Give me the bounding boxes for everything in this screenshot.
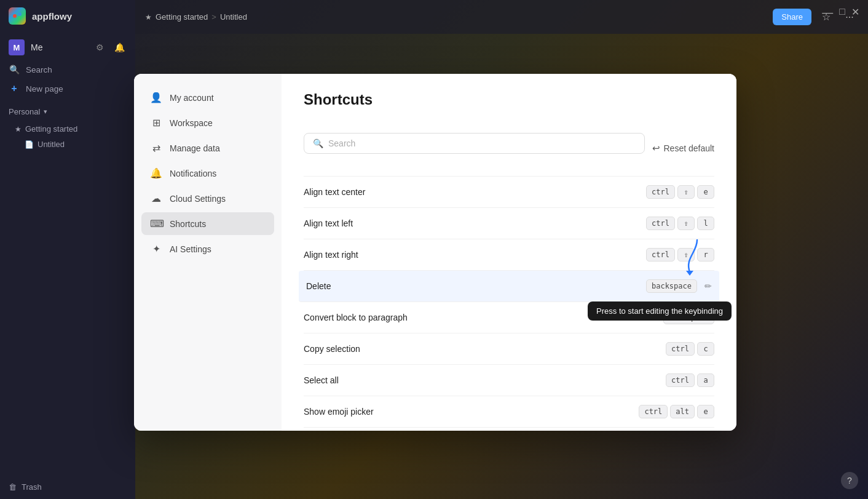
reset-default-button[interactable]: ↩ Reset default — [652, 143, 715, 154]
settings-item-notifications-label: Notifications — [170, 169, 216, 178]
svg-point-0 — [13, 14, 17, 18]
shortcuts-search-bar[interactable]: 🔍 — [304, 133, 645, 154]
breadcrumb-current[interactable]: Untitled — [220, 12, 247, 22]
app-logo — [9, 7, 26, 25]
key-ctrl: ctrl — [646, 217, 675, 230]
person-icon: 👤 — [150, 92, 162, 103]
breadcrumb: ★ Getting started > Untitled — [145, 12, 768, 22]
sidebar-item-search[interactable]: 🔍 Search — [0, 60, 135, 79]
user-name: Me — [31, 42, 86, 52]
key-backspace: backspace — [646, 279, 697, 293]
settings-item-workspace[interactable]: ⊞ Workspace — [141, 111, 274, 134]
sidebar-item-search-label: Search — [26, 65, 52, 74]
tree-item-label: Getting started — [25, 124, 77, 134]
reset-default-label: Reset default — [664, 143, 715, 153]
shortcut-name-select-all: Select all — [304, 375, 666, 385]
shortcut-name-align-text-left: Align text left — [304, 218, 646, 228]
chevron-icon: ▾ — [44, 108, 47, 116]
settings-sidebar: 👤 My account ⊞ Workspace ⇄ Manage data 🔔… — [134, 74, 282, 431]
share-button[interactable]: Share — [773, 9, 811, 25]
svg-point-2 — [18, 16, 22, 20]
shortcuts-search-input[interactable] — [328, 138, 636, 148]
shortcut-keys-align-text-center: ctrl ⇧ e — [646, 185, 714, 199]
bell-icon[interactable]: 🔔 — [112, 40, 127, 55]
shortcut-name-align-text-right: Align text right — [304, 250, 646, 260]
shortcut-keys-select-all: ctrl a — [666, 373, 714, 387]
key-ctrl: ctrl — [646, 248, 675, 261]
sidebar-item-new-page[interactable]: + New page — [0, 79, 135, 98]
workspace-icon: ⊞ — [150, 117, 162, 129]
settings-item-shortcuts[interactable]: ⌨ Shortcuts — [141, 212, 274, 235]
settings-item-ai-settings-label: AI Settings — [170, 244, 211, 254]
settings-item-manage-data-label: Manage data — [170, 143, 220, 153]
settings-item-my-account[interactable]: 👤 My account — [141, 86, 274, 109]
minimize-button[interactable]: — — [822, 6, 833, 19]
key-e: e — [697, 185, 714, 199]
shortcut-keys-align-text-left: ctrl ⇧ l — [646, 217, 714, 230]
settings-content: Shortcuts 🔍 ↩ Reset default Align text c… — [282, 74, 736, 431]
sidebar-personal-section: Personal ▾ — [0, 98, 135, 121]
shortcut-row-align-text-right: Align text right ctrl ⇧ r — [304, 239, 714, 271]
svg-point-1 — [18, 12, 22, 16]
shortcut-row-copy-selection: Copy selection ctrl c — [304, 333, 714, 365]
search-bar-icon: 🔍 — [313, 138, 323, 148]
settings-page-title: Shortcuts — [304, 91, 373, 108]
edit-keybinding-icon[interactable]: ✏ — [704, 281, 712, 291]
settings-item-cloud-settings[interactable]: ☁ Cloud Settings — [141, 187, 274, 210]
window-controls: — □ ✕ — [822, 6, 859, 19]
shortcut-keys-delete: backspace — [646, 279, 697, 293]
sidebar-trash[interactable]: 🗑 Trash — [0, 475, 135, 499]
keybinding-tooltip: Press to start editing the keybinding — [588, 301, 732, 321]
topbar: ★ Getting started > Untitled Share ☆ ··· — [135, 0, 868, 34]
plus-icon: + — [9, 83, 20, 94]
settings-modal: 👤 My account ⊞ Workspace ⇄ Manage data 🔔… — [134, 74, 736, 431]
reset-icon: ↩ — [652, 143, 660, 154]
key-c: c — [697, 342, 714, 356]
trash-icon: 🗑 — [9, 482, 17, 492]
sidebar-user-icons: ⚙ 🔔 — [92, 40, 127, 55]
app-name: appflowy — [32, 11, 72, 22]
settings-item-my-account-label: My account — [170, 93, 214, 103]
shortcut-name-show-emoji-picker: Show emoji picker — [304, 407, 639, 417]
manage-data-icon: ⇄ — [150, 142, 162, 154]
shortcut-name-delete: Delete — [306, 281, 646, 291]
settings-item-ai-settings[interactable]: ✦ AI Settings — [141, 238, 274, 260]
key-ctrl: ctrl — [666, 373, 695, 387]
shortcuts-list: Align text center ctrl ⇧ e Align text le… — [304, 176, 714, 428]
star-icon: ★ — [15, 125, 22, 134]
settings-item-notifications[interactable]: 🔔 Notifications — [141, 162, 274, 185]
settings-item-manage-data[interactable]: ⇄ Manage data — [141, 137, 274, 159]
breadcrumb-separator: > — [211, 12, 216, 22]
sidebar: appflowy M Me ⚙ 🔔 🔍 Search + New page Pe… — [0, 0, 135, 499]
settings-item-cloud-settings-label: Cloud Settings — [170, 194, 226, 204]
tree-item-untitled[interactable]: 📄 Untitled — [0, 137, 135, 152]
maximize-button[interactable]: □ — [839, 6, 845, 19]
breadcrumb-parent[interactable]: Getting started — [156, 12, 208, 22]
tooltip-text: Press to start editing the keybinding — [596, 306, 723, 316]
personal-header[interactable]: Personal ▾ — [9, 105, 127, 119]
key-a: a — [697, 373, 714, 387]
doc-icon: 📄 — [25, 140, 34, 149]
tree-item-getting-started[interactable]: ★ Getting started — [0, 121, 135, 137]
settings-item-workspace-label: Workspace — [170, 118, 213, 128]
settings-icon[interactable]: ⚙ — [92, 40, 107, 55]
personal-label: Personal — [9, 107, 40, 116]
tree-item-untitled-label: Untitled — [37, 140, 65, 149]
svg-marker-3 — [686, 271, 693, 276]
sidebar-item-new-page-label: New page — [26, 84, 63, 94]
sidebar-header: appflowy — [0, 0, 135, 32]
shortcut-row-align-text-center: Align text center ctrl ⇧ e — [304, 177, 714, 208]
key-shift: ⇧ — [677, 217, 695, 230]
key-shift: ⇧ — [677, 185, 695, 199]
settings-item-shortcuts-label: Shortcuts — [170, 219, 206, 229]
arrow-indicator — [679, 240, 703, 274]
shortcut-row-show-emoji-picker: Show emoji picker ctrl alt e — [304, 396, 714, 428]
close-button[interactable]: ✕ — [851, 6, 859, 19]
shortcut-row-delete: Delete backspace ✏ Press to start editin… — [299, 271, 719, 302]
cloud-icon: ☁ — [150, 193, 162, 204]
key-l: l — [697, 217, 714, 230]
help-button[interactable]: ? — [841, 472, 858, 489]
keyboard-icon: ⌨ — [150, 218, 162, 230]
shortcut-keys-copy-selection: ctrl c — [666, 342, 714, 356]
key-ctrl: ctrl — [639, 405, 668, 418]
